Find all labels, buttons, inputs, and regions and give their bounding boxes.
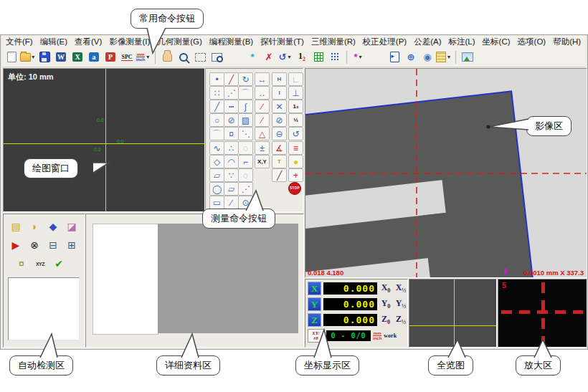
stop-button[interactable]: STOP — [288, 182, 301, 195]
text-tool[interactable]: T — [272, 155, 287, 168]
pattern-tool[interactable]: ∵ — [224, 168, 239, 182]
menu-item-l[interactable]: 标注(L) — [445, 37, 479, 47]
dashed-ellipse-tool[interactable]: ◌ — [238, 168, 253, 182]
dropdown-caret-icon[interactable]: ▾ — [31, 54, 36, 60]
xy-coordinate-tool[interactable]: X,Y — [255, 155, 270, 168]
circle-tool[interactable]: ○ — [209, 113, 224, 127]
x-zero-button[interactable]: X0 — [379, 282, 392, 294]
tree-view-icon[interactable]: ⊟ — [47, 239, 60, 252]
circle-scan-tool[interactable]: ⊙ — [238, 196, 253, 209]
menu-item-g[interactable]: 几何测量(G) — [153, 37, 206, 47]
arc-tool[interactable]: ⌒ — [209, 127, 224, 140]
menu-item-a[interactable]: 公差(A) — [410, 37, 445, 47]
arc-measure-tool[interactable]: ◠ — [224, 155, 239, 168]
undo-button[interactable]: ↺▾ — [278, 49, 293, 65]
menu-item-i[interactable]: 影像测量(I) — [105, 37, 153, 47]
y-zero-button[interactable]: Y0 — [379, 298, 392, 310]
menu-item-f[interactable]: 文件(F) — [2, 37, 37, 47]
hatch-region-tool[interactable]: ▨ — [238, 113, 253, 127]
slot-tool[interactable]: ▭ — [209, 196, 224, 209]
confirm-icon[interactable]: ✔ — [52, 257, 65, 270]
move-tool[interactable]: + — [288, 168, 303, 182]
sequence-tool[interactable]: 1₂ — [288, 100, 303, 113]
media-button[interactable]: ◉ — [419, 49, 435, 65]
distance-h-tool[interactable]: ↔ — [255, 72, 270, 86]
work-coordinate-button[interactable]: work — [384, 333, 397, 339]
two-point-tool[interactable]: ‥ — [255, 86, 270, 100]
dropdown-caret-icon[interactable]: ▾ — [446, 54, 452, 60]
z-zero-button[interactable]: Z0 — [379, 314, 392, 325]
magnifier-area[interactable]: 5 — [498, 279, 587, 348]
clean-icon[interactable]: ◪ — [65, 220, 78, 233]
stop-run-icon[interactable]: ⊗ — [28, 239, 41, 252]
height-tool[interactable]: H — [272, 72, 287, 86]
menu-item-o[interactable]: 选项(O) — [514, 37, 550, 47]
tile-view-icon[interactable]: ⊞ — [65, 239, 78, 252]
lamp-tool[interactable]: ● — [288, 155, 303, 168]
notes-button[interactable]: ▾ — [436, 49, 452, 65]
open-file-button[interactable]: ▾ — [20, 49, 36, 65]
image-view-button[interactable] — [460, 49, 475, 65]
overview-map[interactable] — [409, 279, 497, 348]
menu-item-e[interactable]: 编辑(E) — [37, 37, 71, 47]
auto-detect-list[interactable] — [8, 277, 80, 340]
detail-content-pane[interactable] — [158, 224, 298, 333]
excel-export-button[interactable]: X — [70, 49, 85, 65]
dot-grid-button[interactable] — [327, 49, 343, 65]
menu-item-h[interactable]: 帮助(H) — [549, 37, 584, 47]
line-angle-tool[interactable]: ∕ — [255, 100, 270, 113]
point-tool[interactable]: • — [209, 72, 224, 86]
angle-tool[interactable]: △ — [255, 127, 270, 140]
package-icon[interactable]: ◆ — [47, 220, 60, 233]
rotate-tool[interactable]: ↺ — [288, 127, 303, 140]
half-distance-tool[interactable]: ½ — [288, 113, 303, 127]
x-axis-button[interactable]: X — [308, 282, 321, 295]
pointer-tool-button[interactable]: * — [245, 49, 260, 65]
scan-line-tool[interactable]: ⋰ — [224, 86, 239, 100]
save-button[interactable] — [37, 49, 52, 65]
polygon-tool[interactable]: ▱ — [209, 168, 224, 182]
circle-line-tool[interactable]: ⊘ — [272, 113, 287, 127]
menu-item-c[interactable]: 坐标(C) — [479, 37, 514, 47]
line-point-tool[interactable]: ∕ — [255, 113, 270, 127]
menu-item-v[interactable]: 查看(V) — [71, 37, 105, 47]
new-file-button[interactable] — [4, 49, 19, 65]
z-axis-button[interactable]: Z — [308, 313, 321, 327]
laser-align-button[interactable]: *▾ — [351, 49, 366, 65]
menu-item-r[interactable]: 三维测量(R) — [308, 37, 359, 47]
drawing-window[interactable]: 单位: 10 mm 0.0 0.0 0.0 — [3, 68, 205, 212]
dropdown-caret-icon[interactable]: ▾ — [286, 54, 292, 60]
perpendicular-tool[interactable]: ⊥ — [288, 86, 303, 100]
cad-export-button[interactable]: P — [103, 49, 118, 65]
ellipse-tool[interactable]: ◯ — [209, 182, 224, 196]
circle-distance-tool[interactable]: ⊖ — [272, 127, 287, 140]
plane-tool[interactable]: ▱ — [224, 182, 239, 196]
calc-tool[interactable]: ± — [255, 141, 270, 155]
crop-line-tool[interactable]: ╱ — [224, 72, 239, 86]
y-axis-button[interactable]: Y — [308, 297, 321, 311]
delete-button[interactable]: ✗ — [261, 49, 277, 65]
tools-icon[interactable]: ¤ — [15, 257, 28, 270]
menu-item-t[interactable]: 探针测量(T) — [257, 37, 308, 47]
slope-tool[interactable]: ╱ — [272, 168, 287, 182]
grid-button[interactable] — [310, 49, 326, 65]
rhombus-tool[interactable]: ◇ — [209, 155, 224, 168]
width-tool[interactable]: I — [272, 86, 287, 100]
corner-curve-tool[interactable]: ⌐ — [238, 155, 253, 168]
dropdown-caret-icon[interactable]: ▾ — [145, 54, 151, 60]
run-icon[interactable]: ▶ — [9, 239, 22, 252]
corner-tool[interactable]: ∟ — [288, 72, 303, 86]
globe-button[interactable]: ⊕ — [403, 49, 419, 65]
new-doc-icon[interactable]: ▤ — [9, 220, 22, 233]
select-region-button[interactable] — [192, 49, 208, 65]
diag-scan-tool[interactable]: ⋰ — [238, 182, 253, 196]
zoom-button[interactable] — [176, 49, 191, 65]
angle-measure-tool[interactable]: ∡ — [272, 141, 287, 155]
stack-tool[interactable]: ≡ — [288, 141, 303, 155]
sequence-label-button[interactable]: 12 — [294, 49, 310, 65]
xy-rtheta-mode-button[interactable]: XY/rθ — [308, 329, 324, 343]
menu-item-b[interactable]: 编程测量(B) — [206, 37, 257, 47]
x-half-button[interactable]: X½ — [394, 282, 407, 294]
word-export-button[interactable]: W — [53, 49, 69, 65]
mm-inch-toggle[interactable]: mminch — [373, 331, 381, 340]
